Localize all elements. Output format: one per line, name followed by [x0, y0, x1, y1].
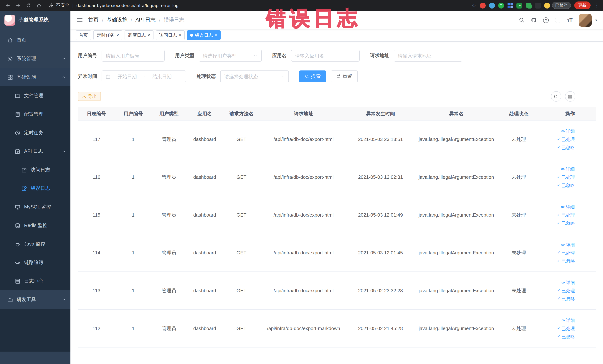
extension-icon-blue[interactable] — [489, 2, 495, 8]
sidebar-item-home[interactable]: 首页 — [0, 31, 70, 49]
ignored-link[interactable]: ✓已忽略 — [540, 219, 575, 227]
github-icon[interactable] — [531, 17, 537, 23]
breadcrumb-api-log[interactable]: API 日志 — [136, 17, 156, 23]
user-type-select[interactable] — [203, 53, 251, 59]
extension-icon-green[interactable]: Y — [498, 2, 504, 8]
end-date-input[interactable] — [148, 74, 176, 79]
close-icon[interactable]: × — [215, 33, 217, 37]
sidebar-item-devtools[interactable]: 研发工具 — [0, 290, 70, 309]
forward-icon[interactable] — [14, 1, 22, 10]
refresh-icon[interactable] — [551, 91, 561, 102]
cell-user-type: 管理员 — [151, 196, 187, 234]
tag-error-log[interactable]: 错误日志 × — [187, 30, 220, 40]
processed-link[interactable]: ✓已处理 — [540, 211, 575, 219]
hamburger-icon[interactable] — [76, 17, 83, 23]
detail-link[interactable]: 详细 — [540, 240, 575, 249]
app-name-input[interactable] — [295, 53, 356, 59]
tag-access-log[interactable]: 访问日志 × — [156, 30, 185, 40]
extension-icon-leaf[interactable] — [525, 2, 532, 8]
chevron-down-icon — [61, 56, 66, 61]
extension-icon-on[interactable]: on — [516, 2, 522, 8]
edit-log-icon — [22, 186, 27, 191]
smiley-extension-icon — [544, 2, 550, 8]
tag-job[interactable]: 定时任务 × — [93, 30, 122, 40]
tag-schedule-log[interactable]: 调度日志 × — [125, 30, 153, 40]
breadcrumb-home[interactable]: 首页 — [88, 17, 99, 23]
paused-extension[interactable]: 已暂停 — [544, 2, 571, 9]
app-logo[interactable]: 芋道管理系统 — [0, 11, 70, 29]
extension-icon-tampermonkey[interactable] — [535, 2, 541, 8]
font-size-icon[interactable]: TT — [568, 17, 573, 23]
ignored-link[interactable]: ✓已忽略 — [540, 295, 575, 303]
check-icon: ✓ — [557, 251, 560, 255]
reload-icon[interactable] — [24, 1, 33, 10]
cell-app-name: dashboard — [187, 158, 223, 196]
close-icon[interactable]: × — [179, 33, 181, 37]
site-security[interactable]: 不安全 — [49, 2, 69, 9]
reset-button[interactable]: 重置 — [331, 70, 358, 82]
sidebar-item-file[interactable]: 文件管理 — [0, 86, 70, 105]
sidebar-item-api-log[interactable]: API 日志 — [0, 142, 70, 161]
ignored-link[interactable]: ✓已忽略 — [540, 257, 575, 265]
sidebar-item-system[interactable]: 系统管理 — [0, 49, 70, 68]
cell-time: 2021-05-02 23:32:28 — [347, 272, 414, 309]
sidebar-item-error-log[interactable]: 错误日志 — [0, 179, 70, 198]
sidebar-item-access-log[interactable]: 访问日志 — [0, 161, 70, 179]
sidebar-item-redis[interactable]: Redis 监控 — [0, 216, 70, 235]
home-icon[interactable] — [35, 1, 43, 10]
process-status-select[interactable] — [224, 74, 278, 79]
help-icon[interactable]: ? — [543, 17, 549, 23]
ignored-link[interactable]: ✓已忽略 — [540, 181, 575, 189]
search-button[interactable]: 搜索 — [299, 70, 326, 82]
processed-link[interactable]: ✓已处理 — [540, 173, 575, 181]
browser-menu-icon[interactable]: ⋮ — [594, 3, 599, 8]
sidebar-item-log-center[interactable]: 日志中心 — [0, 272, 70, 290]
ignored-link[interactable]: ✓已忽略 — [540, 143, 575, 152]
check-icon: ✓ — [557, 183, 560, 187]
search-icon[interactable] — [519, 17, 525, 23]
extension-icon-grid[interactable] — [507, 3, 513, 8]
detail-link[interactable]: 详细 — [540, 127, 575, 135]
tag-home[interactable]: 首页 — [76, 30, 91, 40]
column-settings-icon[interactable] — [565, 91, 575, 102]
processed-link[interactable]: ✓已处理 — [540, 249, 575, 257]
sidebar-item-job[interactable]: 定时任务 — [0, 124, 70, 142]
cell-log-id: 115 — [78, 196, 115, 234]
ignored-link[interactable]: ✓已忽略 — [540, 332, 575, 341]
table-row: 117 1 管理员 dashboard GET /api/infra/db-do… — [78, 120, 596, 158]
close-icon[interactable]: × — [148, 33, 150, 37]
sidebar-item-trace[interactable]: 链路追踪 — [0, 253, 70, 272]
detail-link[interactable]: 详细 — [540, 203, 575, 211]
filter-user-id: 用户编号 — [78, 50, 165, 61]
fullscreen-icon[interactable] — [555, 17, 561, 23]
close-icon[interactable]: × — [116, 33, 119, 37]
processed-link[interactable]: ✓已处理 — [540, 135, 575, 143]
sidebar-item-java[interactable]: Java 监控 — [0, 235, 70, 253]
clock-icon — [15, 130, 20, 136]
detail-link[interactable]: 详细 — [540, 278, 575, 286]
avatar-caret-icon[interactable]: ▾ — [595, 18, 597, 22]
address-bar[interactable]: dashboard.yudao.iocoder.cn/infra/log/api… — [76, 3, 178, 8]
processed-link[interactable]: ✓已处理 — [540, 324, 575, 332]
chevron-up-icon — [61, 75, 66, 79]
sidebar-item-config[interactable]: 配置管理 — [0, 105, 70, 124]
extension-icon-red[interactable] — [480, 2, 486, 8]
detail-link[interactable]: 详细 — [540, 316, 575, 324]
filter-app-name: 应用名 — [272, 50, 359, 61]
breadcrumb-infra[interactable]: 基础设施 — [107, 17, 127, 23]
user-id-input[interactable] — [106, 53, 161, 59]
user-avatar[interactable] — [579, 13, 592, 26]
request-url-input[interactable] — [398, 53, 458, 59]
bookmark-star-icon[interactable]: ☆ — [472, 2, 476, 8]
cell-user-id: 1 — [115, 272, 151, 309]
start-date-input[interactable] — [113, 74, 142, 79]
sidebar-item-mysql[interactable]: MySQL 监控 — [0, 198, 70, 216]
export-button[interactable]: 导出 — [78, 92, 101, 101]
chrome-update-button[interactable]: 更新 — [574, 1, 590, 9]
filter-row-1: 用户编号 用户类型 应用名 — [78, 50, 596, 61]
filter-exception-time: 异常时间 - — [78, 70, 186, 82]
sidebar-item-infra[interactable]: 基础设施 — [0, 68, 70, 86]
processed-link[interactable]: ✓已处理 — [540, 286, 575, 295]
back-icon[interactable] — [4, 1, 12, 10]
detail-link[interactable]: 详细 — [540, 165, 575, 173]
